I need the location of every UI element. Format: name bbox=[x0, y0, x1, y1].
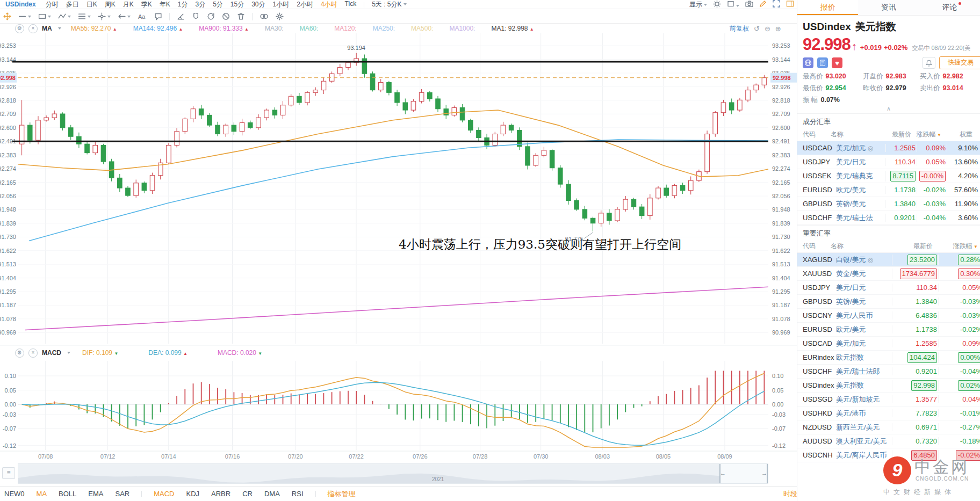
rate-row-USDSGD[interactable]: USDSGD美元/新加坡元1.35770.04% bbox=[797, 393, 980, 406]
text-icon[interactable]: Aa bbox=[138, 12, 147, 20]
rate-row-GBPUSD[interactable]: GBPUSD英镑/美元1.3840-0.03%11.90% bbox=[797, 197, 980, 211]
indicator-tab-MACD[interactable]: MACD bbox=[154, 490, 174, 498]
period-周K[interactable]: 周K bbox=[105, 0, 116, 9]
col-名称[interactable]: 名称 bbox=[831, 130, 880, 139]
zoom-out-icon[interactable]: ⊖ bbox=[765, 25, 770, 33]
move-icon[interactable] bbox=[3, 12, 11, 20]
navigator-selected-range[interactable]: ← → bbox=[719, 464, 768, 483]
zoom-in-icon[interactable]: ⊕ bbox=[775, 25, 781, 33]
rate-row-USDJPY[interactable]: USDJPY美元/日元110.340.05% bbox=[797, 281, 980, 295]
camera-icon[interactable] bbox=[745, 0, 753, 9]
display-menu[interactable]: 显示 bbox=[689, 0, 707, 9]
period-Tick[interactable]: Tick bbox=[345, 0, 357, 9]
period-日K[interactable]: 日K bbox=[87, 0, 97, 9]
symbol-label[interactable]: USDindex bbox=[5, 1, 36, 8]
trendline-icon[interactable] bbox=[18, 12, 31, 20]
range-right-handle[interactable]: → bbox=[761, 470, 767, 476]
rate-row-USDJPY[interactable]: USDJPY美元/日元110.340.05%13.60% bbox=[797, 155, 980, 169]
col-涨跌幅[interactable]: 涨跌幅 ▼ bbox=[911, 130, 941, 139]
ma-indicator-name[interactable]: MA bbox=[42, 25, 52, 32]
period-3分[interactable]: 3分 bbox=[195, 0, 205, 9]
indicator-tab-MA[interactable]: MA bbox=[37, 490, 47, 498]
col-名称[interactable]: 名称 bbox=[831, 242, 887, 251]
gear-icon[interactable] bbox=[713, 0, 721, 10]
rate-row-USDCHF[interactable]: USDCHF美元/瑞士法0.9201-0.04%3.60% bbox=[797, 211, 980, 225]
rate-row-NZDUSD[interactable]: NZDUSD新西兰元/美元0.6971-0.27% bbox=[797, 420, 980, 434]
rate-row-GBPUSD[interactable]: GBPUSD英镑/美元1.3840-0.03% bbox=[797, 295, 980, 309]
range-left-handle[interactable]: ← bbox=[720, 470, 726, 476]
period-1小时[interactable]: 1小时 bbox=[273, 0, 290, 9]
wave-icon[interactable] bbox=[58, 12, 71, 20]
fullscreen-icon[interactable] bbox=[773, 0, 780, 9]
period-15分[interactable]: 15分 bbox=[230, 0, 244, 9]
magnet-icon[interactable] bbox=[192, 12, 200, 20]
rate-row-USDCAD[interactable]: USDCAD美元/加元1.25850.09% bbox=[797, 337, 980, 351]
collapse-chevron-icon[interactable]: ∧ bbox=[797, 105, 980, 113]
macd-indicator-name[interactable]: MACD bbox=[42, 349, 61, 357]
panel-tab-报价[interactable]: 报价 bbox=[797, 0, 858, 15]
period-5分[interactable]: 5分 bbox=[213, 0, 223, 9]
period-2小时[interactable]: 2小时 bbox=[297, 0, 313, 9]
alert-bell-icon[interactable] bbox=[923, 57, 935, 69]
trash-icon[interactable] bbox=[237, 12, 245, 20]
panel-tab-资讯[interactable]: 资讯 bbox=[858, 0, 919, 15]
rate-row-EURUSD[interactable]: EURUSD欧元/美元1.1738-0.02% bbox=[797, 323, 980, 337]
globe-icon[interactable] bbox=[803, 57, 813, 68]
rate-row-EURindex[interactable]: EURindex欧元指数104.4240.00% bbox=[797, 351, 980, 365]
angle-icon[interactable] bbox=[177, 12, 185, 20]
measure-icon[interactable] bbox=[98, 12, 111, 20]
quick-trade-button[interactable]: 快捷交易 bbox=[939, 56, 980, 69]
rate-row-USDSEK[interactable]: USDSEK美元/瑞典克8.7115-0.00%4.20% bbox=[797, 169, 980, 183]
comment-icon[interactable] bbox=[154, 12, 162, 20]
navigator-menu-button[interactable]: ≡ bbox=[2, 467, 15, 479]
panel-tab-评论[interactable]: 评论 bbox=[919, 0, 980, 15]
col-权重[interactable]: 权重 bbox=[941, 130, 972, 139]
macd-close-icon[interactable]: × bbox=[28, 348, 38, 358]
rate-row-USDHKD[interactable]: USDHKD美元/港币7.7823-0.01% bbox=[797, 406, 980, 420]
panel-toggle-icon[interactable] bbox=[786, 0, 794, 9]
period-分时[interactable]: 分时 bbox=[46, 0, 59, 9]
price-chart[interactable]: 07/0807/1207/1407/1607/2007/2207/2607/28… bbox=[0, 0, 797, 501]
col-代码[interactable]: 代码 bbox=[797, 242, 831, 251]
period-多日[interactable]: 多日 bbox=[66, 0, 79, 9]
ban-icon[interactable] bbox=[222, 12, 230, 20]
col-代码[interactable]: 代码 bbox=[797, 130, 831, 139]
indicator-tab-NEW0[interactable]: NEW0 bbox=[4, 490, 25, 498]
indicator-tab-RSI[interactable]: RSI bbox=[292, 490, 304, 498]
rect-icon[interactable] bbox=[38, 12, 51, 20]
rate-row-USDCAD[interactable]: USDCAD美元/加元◎1.25850.09%9.10% bbox=[797, 141, 980, 155]
rate-row-USDCHF[interactable]: USDCHF美元/瑞士法郎0.9201-0.04% bbox=[797, 365, 980, 379]
rate-row-XAUUSD[interactable]: XAUUSD黄金/美元1734.67790.30% bbox=[797, 267, 980, 281]
replay-icon[interactable] bbox=[207, 12, 215, 20]
period-年K[interactable]: 年K bbox=[160, 0, 170, 9]
rate-row-USDCNY[interactable]: USDCNY美元/人民币6.4836-0.03% bbox=[797, 309, 980, 323]
rate-row-AUDUSD[interactable]: AUDUSD澳大利亚元/美元0.7320-0.18% bbox=[797, 434, 980, 448]
favorite-heart-icon[interactable]: ♥ bbox=[832, 57, 842, 68]
arrow-icon[interactable] bbox=[118, 12, 131, 20]
forward-adjust-link[interactable]: 前复权 bbox=[730, 24, 749, 33]
rate-row-EURUSD[interactable]: EURUSD欧元/美元1.1738-0.02%57.60% bbox=[797, 183, 980, 197]
ma-close-icon[interactable]: × bbox=[28, 24, 38, 33]
period-4小时[interactable]: 4小时 bbox=[321, 0, 337, 9]
col-最新价[interactable]: 最新价 bbox=[887, 242, 933, 251]
period-1分[interactable]: 1分 bbox=[178, 0, 188, 9]
fib-icon[interactable] bbox=[78, 12, 91, 20]
indicator-tab-DMA[interactable]: DMA bbox=[264, 490, 280, 498]
pencil-icon[interactable] bbox=[759, 0, 767, 9]
indicator-tab-SAR[interactable]: SAR bbox=[115, 490, 129, 498]
col-最新价[interactable]: 最新价 bbox=[880, 130, 911, 139]
indicator-tab-CR[interactable]: CR bbox=[242, 490, 253, 498]
rate-row-USDindex[interactable]: USDindex美元指数92.9980.02% bbox=[797, 379, 980, 393]
rate-row-XAGUSD[interactable]: XAGUSD白银/美元◎23.52000.28% bbox=[797, 253, 980, 267]
layout-select[interactable] bbox=[727, 0, 739, 9]
indicator-tab-BOLL[interactable]: BOLL bbox=[59, 490, 76, 498]
macd-settings-icon[interactable]: ⚙ bbox=[15, 348, 24, 358]
col-涨跌幅[interactable]: 涨跌幅 ▼ bbox=[933, 242, 978, 251]
period-30分[interactable]: 30分 bbox=[251, 0, 265, 9]
settings-icon[interactable] bbox=[276, 12, 284, 20]
period-月K[interactable]: 月K bbox=[123, 0, 134, 9]
indicator-tab-ARBR[interactable]: ARBR bbox=[211, 490, 230, 498]
time-segment-label[interactable]: 时段 bbox=[783, 489, 797, 499]
ma-settings-icon[interactable]: ⚙ bbox=[15, 24, 24, 33]
navigator-strip[interactable]: ← → 2021 bbox=[18, 463, 768, 484]
